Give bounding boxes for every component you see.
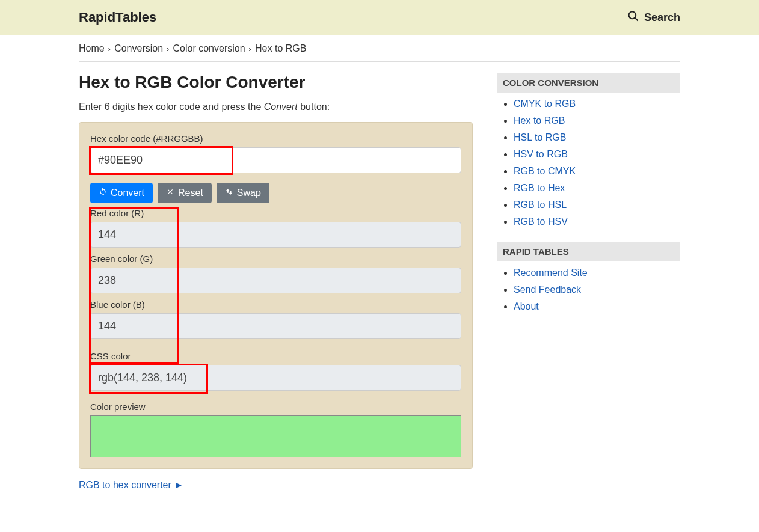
sidebar-link[interactable]: About — [514, 301, 539, 311]
green-output — [90, 268, 461, 293]
blue-output — [90, 313, 461, 339]
sidebar-link[interactable]: HSV to RGB — [514, 149, 568, 159]
converter-panel: Hex color code (#RRGGBB) Convert — [79, 122, 473, 469]
search-label: Search — [644, 11, 680, 24]
sidebar-link[interactable]: RGB to HSL — [514, 200, 567, 210]
breadcrumb-color-conversion[interactable]: Color conversion — [173, 43, 245, 54]
preview-label: Color preview — [90, 402, 461, 412]
sidebar-link[interactable]: Recommend Site — [514, 268, 588, 278]
sidebar-link[interactable]: RGB to HSV — [514, 216, 568, 227]
breadcrumb-current: Hex to RGB — [255, 43, 306, 54]
sidebar-link[interactable]: HSL to RGB — [514, 132, 566, 142]
red-output — [90, 222, 461, 248]
sidebar-rt-list: Recommend Site Send Feedback About — [497, 268, 680, 312]
search-icon — [627, 10, 639, 25]
convert-button[interactable]: Convert — [90, 183, 153, 203]
green-label: Green color (G) — [90, 254, 461, 264]
breadcrumb-conversion[interactable]: Conversion — [114, 43, 163, 54]
page-title: Hex to RGB Color Converter — [79, 73, 473, 92]
svg-point-0 — [628, 11, 636, 19]
sidebar-heading-rapidtables: RAPID TABLES — [497, 242, 680, 261]
sidebar-link[interactable]: CMYK to RGB — [514, 99, 576, 109]
css-label: CSS color — [90, 351, 461, 361]
swap-button[interactable]: Swap — [217, 183, 269, 203]
sidebar-link[interactable]: Send Feedback — [514, 284, 581, 295]
sidebar-link[interactable]: RGB to CMYK — [514, 166, 576, 176]
reset-button[interactable]: Reset — [158, 183, 212, 203]
red-label: Red color (R) — [90, 208, 461, 218]
refresh-icon — [99, 188, 107, 198]
sidebar-link[interactable]: RGB to Hex — [514, 183, 565, 193]
site-logo[interactable]: RapidTables — [79, 10, 156, 25]
rgb-to-hex-link[interactable]: RGB to hex converter ► — [79, 480, 183, 490]
sidebar-link[interactable]: Hex to RGB — [514, 115, 565, 126]
sidebar-color-list: CMYK to RGB Hex to RGB HSL to RGB HSV to… — [497, 99, 680, 227]
breadcrumb: Home› Conversion› Color conversion› Hex … — [79, 43, 680, 62]
color-preview — [90, 415, 461, 457]
css-output — [90, 365, 461, 391]
sidebar-heading-color: COLOR CONVERSION — [497, 73, 680, 93]
close-icon — [166, 188, 174, 198]
breadcrumb-home[interactable]: Home — [79, 43, 105, 54]
hex-input[interactable] — [90, 147, 461, 173]
blue-label: Blue color (B) — [90, 299, 461, 310]
search-link[interactable]: Search — [627, 10, 680, 25]
swap-icon — [225, 188, 233, 198]
svg-line-1 — [635, 17, 638, 20]
intro-text: Enter 6 digits hex color code and press … — [79, 102, 473, 112]
hex-label: Hex color code (#RRGGBB) — [90, 133, 461, 144]
